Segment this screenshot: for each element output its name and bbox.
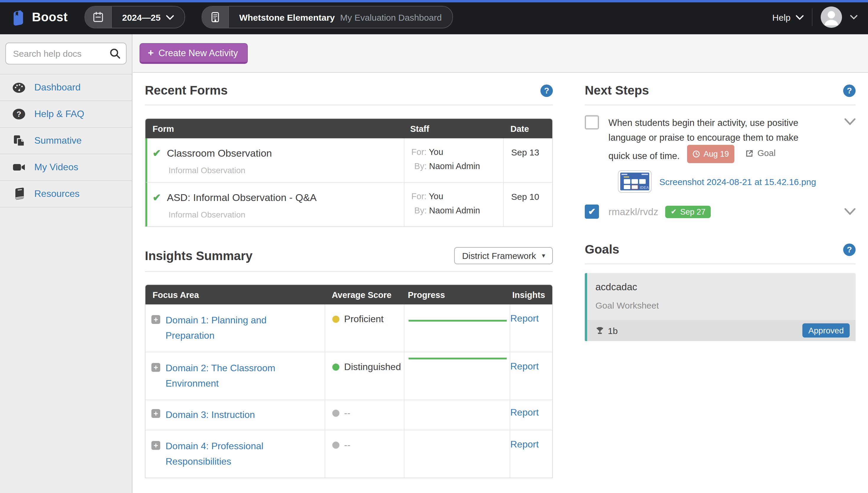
- question-circle-icon: ?: [12, 107, 26, 121]
- help-icon[interactable]: ?: [541, 84, 553, 97]
- sidebar-item-summative[interactable]: Summative: [0, 127, 132, 154]
- score-label: Distinguished: [344, 362, 401, 372]
- domain-link[interactable]: Domain 2: The Classroom Environment: [166, 361, 316, 391]
- attachment-link[interactable]: Screenshot 2024-08-21 at 15.42.16.png: [659, 174, 816, 189]
- due-date-badge: Aug 19: [687, 145, 734, 163]
- next-step-checkbox[interactable]: ✔: [585, 205, 599, 219]
- chevron-down-icon[interactable]: [844, 208, 855, 215]
- due-date-label: Aug 19: [704, 147, 729, 162]
- insights-table: Focus Area Average Score Progress Insigh…: [145, 284, 553, 478]
- form-title[interactable]: ASD: Informal Observation - Q&A: [167, 192, 317, 203]
- report-link[interactable]: Report: [510, 400, 545, 418]
- building-icon: [202, 6, 229, 28]
- domain-link[interactable]: Domain 4: Professional Responsibilities: [166, 438, 316, 469]
- documents-icon: [12, 134, 26, 148]
- table-row[interactable]: ✔ Classroom Observation Informal Observa…: [145, 138, 552, 182]
- insights-header: Insights Summary District Framework ▾: [145, 247, 553, 272]
- table-row[interactable]: ✔ ASD: Informal Observation - Q&A Inform…: [145, 182, 552, 227]
- table-row: + Domain 2: The Classroom Environment Di…: [145, 352, 552, 400]
- user-avatar[interactable]: [821, 6, 842, 28]
- svg-text:IDEA: IDEA: [640, 185, 649, 190]
- score-dot: [332, 316, 339, 323]
- form-date: Sep 13: [511, 147, 539, 157]
- help-icon[interactable]: ?: [843, 84, 855, 97]
- attachment-row: IDEA Screenshot 2024-08-21 at 15.42.16.p…: [618, 170, 819, 193]
- sidebar-nav: Dashboard ? Help & FAQ: [0, 74, 132, 208]
- framework-selector[interactable]: District Framework ▾: [454, 247, 553, 264]
- by-label: By:: [414, 162, 427, 171]
- goal-link[interactable]: Goal: [745, 146, 776, 161]
- plus-icon: +: [148, 48, 154, 58]
- sidebar-item-dashboard[interactable]: Dashboard: [0, 74, 132, 101]
- user-menu-chevron-icon[interactable]: [850, 15, 858, 20]
- boost-logo-icon: [9, 8, 27, 26]
- external-link-icon: [745, 149, 754, 158]
- search-input[interactable]: [5, 43, 127, 64]
- next-step-checkbox[interactable]: [585, 115, 599, 129]
- progress-sparkline: [408, 320, 506, 322]
- search-icon[interactable]: [109, 47, 121, 60]
- school-selector[interactable]: Whetstone Elementary My Evaluation Dashb…: [201, 6, 453, 28]
- completed-date-label: Sep 27: [680, 207, 706, 216]
- completed-date-badge: ✔ Sep 27: [665, 206, 711, 218]
- expand-plus-icon[interactable]: +: [151, 441, 160, 450]
- attachment-thumbnail[interactable]: IDEA: [618, 170, 652, 193]
- next-step-item: When students begin their activity, use …: [585, 115, 855, 193]
- for-value: You: [429, 192, 443, 201]
- topbar: Boost 2024—25: [0, 0, 868, 34]
- form-subtitle: Informal Observation: [169, 166, 398, 175]
- goal-card[interactable]: acdcadac Goal Worksheet: [585, 273, 855, 341]
- report-link[interactable]: Report: [510, 430, 545, 450]
- report-link[interactable]: Report: [510, 352, 545, 372]
- check-icon: ✔: [152, 192, 161, 204]
- school-year-selector[interactable]: 2024—25: [84, 6, 185, 28]
- secondary-column: Next Steps ? When students begin their a…: [585, 73, 855, 478]
- for-label: For:: [411, 147, 427, 157]
- next-steps-header: Next Steps ?: [585, 83, 855, 105]
- help-menu[interactable]: Help: [772, 12, 804, 22]
- sidebar-item-label: Dashboard: [34, 82, 81, 93]
- help-search: [5, 43, 127, 64]
- progress-sparkline: [408, 358, 506, 359]
- main-content: + Create New Activity Recent Forms ? For…: [133, 34, 868, 493]
- next-step-text: rmazkl/rvdz: [609, 206, 658, 217]
- page-label: My Evaluation Dashboard: [340, 12, 442, 22]
- recent-forms-title: Recent Forms: [145, 83, 228, 98]
- score-dot: [332, 442, 339, 449]
- form-title[interactable]: Classroom Observation: [167, 148, 272, 159]
- domain-link[interactable]: Domain 3: Instruction: [166, 407, 255, 423]
- column-header: Focus Area: [145, 290, 325, 299]
- chevron-down-icon[interactable]: [844, 118, 855, 193]
- create-new-activity-button[interactable]: + Create New Activity: [140, 43, 248, 64]
- help-icon[interactable]: ?: [843, 243, 855, 256]
- top-accent-strip: [0, 0, 868, 2]
- by-label: By:: [414, 206, 427, 215]
- goal-card-footer: 1b Approved: [587, 320, 855, 341]
- column-header: Staff: [403, 124, 503, 133]
- goal-card-subtitle: Goal Worksheet: [595, 300, 846, 310]
- sidebar-item-help-faq[interactable]: ? Help & FAQ: [0, 101, 132, 127]
- book-icon: [12, 187, 26, 201]
- expand-plus-icon[interactable]: +: [151, 363, 160, 372]
- score-label: --: [344, 440, 350, 450]
- expand-plus-icon[interactable]: +: [151, 315, 160, 324]
- chevron-down-icon: [166, 15, 173, 20]
- brand-logo[interactable]: Boost: [9, 8, 68, 26]
- help-menu-label: Help: [772, 12, 790, 22]
- create-new-activity-label: Create New Activity: [158, 48, 238, 58]
- score-label: --: [344, 408, 350, 419]
- column-header: Date: [503, 124, 552, 133]
- sidebar-item-resources[interactable]: Resources: [0, 180, 132, 208]
- sidebar: Dashboard ? Help & FAQ: [0, 34, 132, 493]
- chevron-down-icon: [796, 15, 804, 20]
- expand-plus-icon[interactable]: +: [151, 409, 160, 418]
- recent-forms-table: Form Staff Date ✔ Classroom Observation …: [145, 118, 553, 227]
- domain-link[interactable]: Domain 1: Planning and Preparation: [166, 313, 316, 343]
- report-link[interactable]: Report: [510, 304, 545, 324]
- insights-table-header: Focus Area Average Score Progress Insigh…: [145, 285, 552, 304]
- recent-forms-table-header: Form Staff Date: [145, 119, 552, 138]
- column-header: Insights: [510, 290, 552, 299]
- sidebar-item-my-videos[interactable]: My Videos: [0, 154, 132, 180]
- sidebar-item-label: Summative: [34, 135, 82, 146]
- recent-forms-header: Recent Forms ?: [145, 83, 553, 105]
